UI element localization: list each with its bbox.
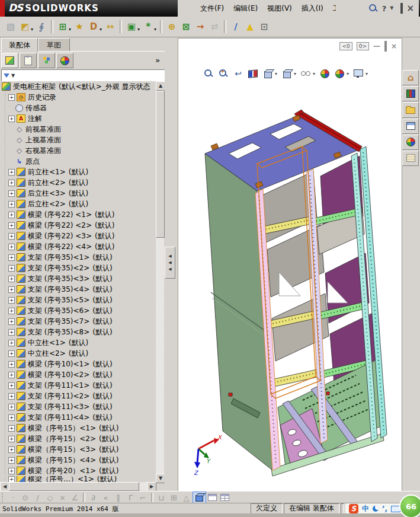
- file-explorer[interactable]: [402, 102, 419, 117]
- linear-component-pattern-dropdown[interactable]: ▾: [69, 27, 71, 32]
- snap-midpoint-icon[interactable]: «: [100, 492, 112, 503]
- filter-bar[interactable]: ▼: [1, 69, 165, 81]
- expand-icon[interactable]: +: [8, 244, 15, 250]
- new-part-from-assembly-icon[interactable]: ◩: [18, 20, 32, 34]
- snap-parallel-icon[interactable]: ∥: [112, 492, 124, 503]
- tree-item[interactable]: +横梁（序号15）<3>(默认): [1, 444, 156, 455]
- tree-item[interactable]: +◷历史记录: [1, 92, 156, 103]
- assembly-xpert-icon[interactable]: ▲: [243, 20, 257, 34]
- featuremanager-tab[interactable]: [1, 53, 18, 68]
- expand-icon[interactable]: +: [8, 329, 15, 336]
- tree-item[interactable]: 传感器: [1, 103, 156, 113]
- tree-item[interactable]: +支架 (序号35)<2>(默认): [1, 263, 156, 273]
- multi-pane-view-icon[interactable]: [219, 492, 231, 503]
- ime-punctuation[interactable]: ’,: [382, 505, 387, 513]
- tree-item[interactable]: ◇前视基准面: [1, 124, 156, 135]
- snap-line-icon[interactable]: /: [31, 492, 44, 503]
- displaymanager-tab[interactable]: [56, 53, 73, 68]
- scroll-up-arrow[interactable]: ▲: [156, 81, 165, 91]
- solidworks-resources[interactable]: ⌂: [402, 70, 419, 85]
- tree-item[interactable]: +支架 (序号11)<2>(默认): [1, 391, 156, 401]
- move-component-icon[interactable]: ↔: [103, 20, 117, 34]
- tree-item[interactable]: ↳原点: [1, 156, 156, 167]
- design-library[interactable]: [402, 86, 419, 101]
- propertymanager-tab[interactable]: [20, 53, 37, 68]
- tree-item[interactable]: +后立柱<3>(默认): [1, 188, 156, 199]
- graphics-viewport[interactable]: <00>—× +↩▾▾▾▾▾: [178, 38, 402, 492]
- tree-horizontal-scrollbar[interactable]: ◀ ▶: [0, 482, 156, 490]
- menu-视图[interactable]: 视图(V): [262, 4, 297, 14]
- expand-icon[interactable]: +: [8, 350, 15, 357]
- menu-文件[interactable]: 文件(F): [195, 4, 229, 14]
- tree-item[interactable]: +支架 (序号11)<4>(默认): [1, 412, 156, 423]
- snap-slot-icon[interactable]: ⊔: [155, 492, 168, 503]
- expand-icon[interactable]: +: [8, 169, 15, 175]
- rotate-component-icon[interactable]: D: [86, 20, 101, 34]
- expand-icon[interactable]: +: [8, 318, 15, 325]
- snap-tangent-icon[interactable]: ∂: [87, 492, 100, 503]
- expand-icon[interactable]: +: [8, 180, 15, 186]
- view-palette[interactable]: [402, 119, 419, 134]
- mate-icon[interactable]: ∮: [34, 20, 49, 34]
- help-icon[interactable]: ?: [382, 5, 387, 12]
- tree-item[interactable]: +支架 (序号35)<6>(默认): [1, 305, 156, 316]
- expand-icon[interactable]: +: [8, 190, 15, 197]
- tree-item[interactable]: +横梁 (序号22) <3>(默认): [1, 231, 156, 241]
- snap-perpendicular-icon[interactable]: Γ: [124, 492, 137, 503]
- expand-icon[interactable]: +: [8, 446, 15, 453]
- tree-item[interactable]: +支架 (序号35)<7>(默认): [1, 316, 156, 327]
- panel-splitter[interactable]: ◀◀◀: [165, 51, 178, 491]
- exploded-view-icon[interactable]: ⊠: [179, 20, 193, 34]
- tree-item[interactable]: +横梁（序号15）<4>(默认): [1, 455, 156, 465]
- model-canvas[interactable]: X Y Z: [178, 39, 401, 477]
- new-part-from-assembly-dropdown[interactable]: ▾: [31, 27, 33, 32]
- toolbar-grip[interactable]: [1, 493, 4, 502]
- help-dropdown-icon[interactable]: ▼: [390, 6, 393, 11]
- splitter-collapse-handle[interactable]: ◀◀◀: [165, 247, 175, 279]
- tree-vertical-scrollbar[interactable]: ▲ ▼: [156, 81, 164, 482]
- tree-item[interactable]: +支架 (序号35)<8>(默认): [1, 327, 156, 337]
- show-hidden-components-dropdown[interactable]: ▾: [137, 27, 140, 32]
- horizontal-scroll-thumb[interactable]: [9, 482, 139, 491]
- linear-component-pattern-icon[interactable]: ⊞: [56, 20, 70, 34]
- expand-icon[interactable]: +: [8, 276, 15, 282]
- single-pane-view-icon[interactable]: [206, 492, 219, 503]
- expand-icon[interactable]: +: [8, 308, 15, 314]
- ime-fullwidth-moon[interactable]: [373, 506, 379, 512]
- snap-draft-icon[interactable]: △: [180, 492, 193, 503]
- tree-item[interactable]: +支架 (序号35)<4>(默认): [1, 284, 156, 295]
- assembly-features-icon[interactable]: ⊕: [165, 20, 179, 34]
- snap-dotted-icon[interactable]: ⌐: [137, 492, 149, 503]
- appearances-scenes[interactable]: [402, 135, 419, 150]
- manager-tabs-overflow[interactable]: »: [155, 56, 160, 65]
- expand-icon[interactable]: +: [8, 468, 15, 474]
- tree-item[interactable]: +横梁（序号15）<2>(默认): [1, 433, 156, 444]
- restore-button[interactable]: [400, 4, 403, 12]
- expand-icon[interactable]: +: [8, 425, 15, 432]
- expand-icon[interactable]: +: [8, 361, 15, 368]
- tree-item[interactable]: +前立柱<2>(默认): [1, 177, 156, 188]
- assembly-reference-geometry-icon[interactable]: *: [141, 20, 155, 34]
- expand-icon[interactable]: +: [8, 393, 15, 400]
- tree-item[interactable]: +前立柱<1>(默认): [1, 167, 156, 177]
- insert-components-icon[interactable]: ▧: [4, 20, 18, 34]
- tree-item[interactable]: +横梁 (序号10)<2>(默认): [1, 369, 156, 380]
- tab-sketch[interactable]: 草图: [38, 38, 70, 52]
- tree-item[interactable]: +支架 (序号35)<1>(默认): [1, 252, 156, 263]
- tree-item[interactable]: ◇上视基准面: [1, 135, 156, 145]
- expand-icon[interactable]: +: [8, 212, 15, 218]
- snap-center-icon[interactable]: ⊙: [19, 492, 31, 503]
- tab-assembly[interactable]: 装配体: [1, 38, 38, 52]
- smart-fasteners-icon[interactable]: ★: [72, 20, 86, 34]
- tree-item[interactable]: +支架 (序号11)<3>(默认): [1, 401, 156, 412]
- ime-chinese-mode[interactable]: 中: [362, 504, 369, 514]
- expand-icon[interactable]: +: [8, 457, 15, 464]
- expand-icon[interactable]: +: [8, 222, 15, 229]
- expand-icon[interactable]: +: [8, 340, 15, 346]
- tree-item[interactable]: +中立柱<1>(默认): [1, 337, 156, 348]
- menu-编辑[interactable]: 编辑(E): [229, 4, 262, 14]
- tree-item[interactable]: +支架 (序号35)<5>(默认): [1, 295, 156, 305]
- expand-icon[interactable]: +: [8, 436, 15, 442]
- tree-item[interactable]: +横梁 (序号22) <2>(默认): [1, 220, 156, 231]
- scroll-down-arrow[interactable]: ▼: [156, 474, 165, 483]
